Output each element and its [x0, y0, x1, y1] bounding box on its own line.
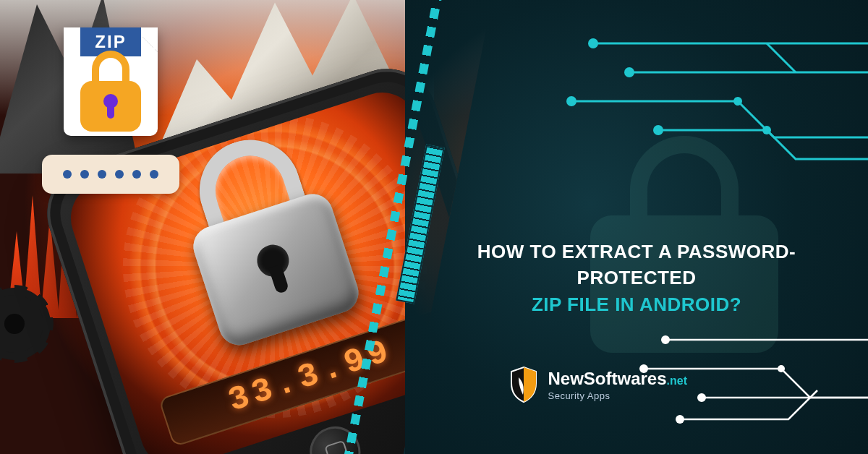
right-panel: HOW TO EXTRACT A PASSWORD-PROTECTED ZIP …: [405, 0, 868, 454]
svg-point-9: [676, 415, 684, 424]
svg-point-0: [588, 38, 598, 48]
promo-banner: 33.3.99 ZIP: [0, 0, 868, 454]
svg-point-1: [624, 67, 634, 77]
brand-shield-icon: [509, 366, 539, 403]
headline-line2: ZIP FILE IN ANDROID?: [448, 291, 825, 317]
svg-point-8: [697, 393, 706, 402]
headline-line1: HOW TO EXTRACT A PASSWORD-PROTECTED: [448, 239, 825, 291]
svg-point-10: [778, 365, 785, 372]
gear-icon: [0, 295, 43, 353]
lock-icon: [80, 68, 141, 136]
brand-block: NewSoftwares.net Security Apps: [509, 366, 687, 403]
circuit-lines-top: [550, 14, 868, 174]
brand-tagline: Security Apps: [548, 390, 687, 401]
svg-point-6: [661, 335, 670, 344]
brand-text: NewSoftwares.net Security Apps: [548, 369, 687, 401]
svg-point-5: [762, 126, 771, 134]
brand-name-suffix: .net: [667, 374, 687, 387]
file-icon: ZIP: [64, 27, 158, 136]
svg-point-3: [653, 125, 663, 135]
svg-point-2: [566, 96, 576, 106]
zip-file-badge: ZIP: [42, 27, 179, 194]
brand-name-main: NewSoftwares: [548, 369, 666, 388]
headline: HOW TO EXTRACT A PASSWORD-PROTECTED ZIP …: [448, 239, 825, 317]
password-dots: [42, 155, 179, 194]
svg-point-4: [733, 97, 742, 106]
